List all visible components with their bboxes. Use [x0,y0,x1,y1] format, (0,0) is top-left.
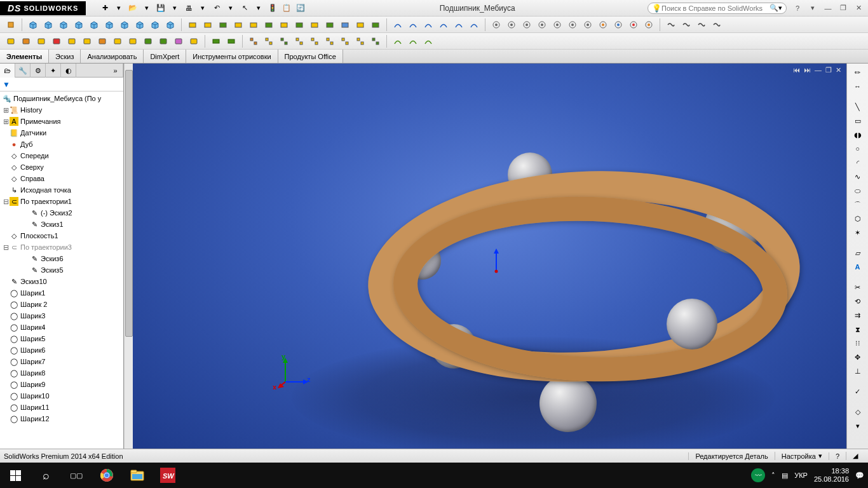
tree-root[interactable]: 🔩 Подшипник_Мебиуса (По у [0,93,123,104]
expander-icon[interactable]: ⊟ [3,243,10,252]
tab-render-tools[interactable]: Инструменты отрисовки [186,50,278,63]
dropdown-icon[interactable]: ▾ [112,2,125,15]
feature-tool-icon[interactable] [201,18,215,32]
quick-snap-icon[interactable]: ◇ [850,405,866,418]
feature-tool-icon[interactable] [186,18,200,32]
tree-item[interactable]: ✎(-) Эскиз2 [0,207,123,219]
taskview-icon[interactable]: ▢▢ [61,463,92,488]
curve-tool-icon[interactable] [391,18,405,32]
tree-item[interactable]: ◯Шарик3 [0,310,123,322]
expander-icon[interactable]: ⊞ [3,106,10,114]
tab-sketch[interactable]: Эскиз [49,50,81,63]
feature-tool-icon[interactable] [216,18,230,32]
explorer-icon[interactable] [122,463,153,488]
feature2-tool-icon[interactable] [172,34,186,48]
cube-tool-icon[interactable] [133,18,147,32]
tree-item[interactable]: ✎Эскиз5 [0,264,123,276]
feature-tool-icon[interactable] [231,18,245,32]
print-button[interactable]: 🖶 [182,2,195,15]
convert-icon[interactable]: ⟲ [850,295,866,308]
tree-item[interactable]: ◯Шарик6 [0,344,123,356]
rect-icon[interactable]: ▭ [850,114,866,127]
tree-item[interactable]: 📒Датчики [0,127,123,139]
view-tool-icon[interactable] [566,18,580,32]
cube-tool-icon[interactable] [118,18,132,32]
feature-tool-icon[interactable] [323,18,337,32]
status-resize-grip[interactable]: ◢ [846,452,864,460]
polygon-icon[interactable]: ⬡ [850,212,866,225]
vp-back-icon[interactable]: ⏮ [793,66,800,74]
curve-tool-icon[interactable] [421,18,435,32]
scrollbar-thumb[interactable] [125,70,133,337]
tree-item[interactable]: ◇Спереди [0,150,123,161]
feature2-tool-icon[interactable] [65,34,79,48]
line-icon[interactable]: ╲ [850,100,866,113]
tree-item[interactable]: ✎Эскиз6 [0,253,123,264]
dropdown-icon[interactable]: ▾ [140,2,153,15]
view-tool-icon[interactable] [611,18,625,32]
tab-elements[interactable]: Элементы [0,50,49,63]
arc-icon[interactable]: ◜ [850,156,866,169]
offset-icon[interactable]: ⇉ [850,309,866,322]
view-tool-icon[interactable] [535,18,549,32]
options-button[interactable]: 📋 [280,2,293,15]
feature2-tool-icon[interactable] [126,34,140,48]
tab-analyze[interactable]: Анализировать [81,50,144,63]
curve-tool-icon[interactable] [406,18,420,32]
feature-tool-icon[interactable] [292,18,306,32]
pattern-tool-icon[interactable] [338,34,352,48]
feature2-tool-icon[interactable] [4,34,18,48]
view-tool-icon[interactable] [550,18,564,32]
tree-item[interactable]: ✎Эскиз10 [0,276,123,287]
tree-item[interactable]: ⊞📜History [0,104,123,116]
model-viewport[interactable]: ⏮ ⏭ — ❐ ✕ y z [133,64,846,449]
linear-pattern-icon[interactable]: ⁝⁝ [850,337,866,349]
tree-item[interactable]: ◯Шарик4 [0,322,123,333]
cube-tool-icon[interactable] [26,18,40,32]
cube-tool-icon[interactable] [163,18,177,32]
feature2-tool-icon[interactable] [50,34,64,48]
curve-tool-icon[interactable] [467,18,481,32]
feature2-tool-icon[interactable] [141,34,155,48]
tree-item[interactable]: ●Дуб [0,139,123,150]
pattern-tool-icon[interactable] [308,34,322,48]
text-icon[interactable]: A [850,261,866,273]
feature2-tool-icon[interactable] [80,34,94,48]
ref-tool-icon[interactable] [664,18,678,32]
dropdown-icon[interactable]: ▾ [196,2,209,15]
cube-tool-icon[interactable] [87,18,101,32]
dimxpert-tab[interactable]: ✦ [46,64,61,78]
curve2-tool-icon[interactable] [406,34,420,48]
tree-item[interactable]: ◯Шарик7 [0,356,123,367]
tree-filter[interactable]: ▼ [0,78,123,92]
tree-item[interactable]: ↳Исходная точка [0,184,123,196]
tree-item[interactable]: ◯Шарик5 [0,333,123,344]
select-button[interactable]: ↖ [238,2,251,15]
pattern-tool-icon[interactable] [262,34,276,48]
feature-tool-icon[interactable] [338,18,352,32]
new-button[interactable]: ✚ [98,2,111,15]
view-tool-icon[interactable] [581,18,595,32]
feature-tree[interactable]: 🔩 Подшипник_Мебиуса (По у ⊞📜History⊞AПри… [0,92,123,449]
curve-tool-icon[interactable] [452,18,466,32]
collapse-button[interactable]: » [108,64,123,78]
feature2-tool-icon[interactable] [95,34,109,48]
feature-tool-icon[interactable] [369,18,383,32]
tree-item[interactable]: ◯Шарик1 [0,287,123,299]
search-icon[interactable]: 🔍 [770,4,778,12]
save-button[interactable]: 💾 [154,2,167,15]
circle-icon[interactable]: ○ [850,142,866,155]
sketch-tool-icon[interactable] [4,18,18,32]
tree-item[interactable]: ✎Эскиз1 [0,219,123,230]
feature-tool-icon[interactable] [277,18,291,32]
status-help[interactable]: ? [829,452,846,460]
expander-icon[interactable]: ⊞ [3,118,10,126]
tab-dimxpert[interactable]: DimXpert [144,50,186,63]
tray-network-icon[interactable]: ▤ [782,471,788,480]
ref-tool-icon[interactable] [679,18,693,32]
cube-tool-icon[interactable] [102,18,116,32]
start-button[interactable] [0,463,31,488]
tree-item[interactable]: ◇Сверху [0,161,123,173]
curve2-tool-icon[interactable] [421,34,435,48]
pattern-tool-icon[interactable] [369,34,383,48]
